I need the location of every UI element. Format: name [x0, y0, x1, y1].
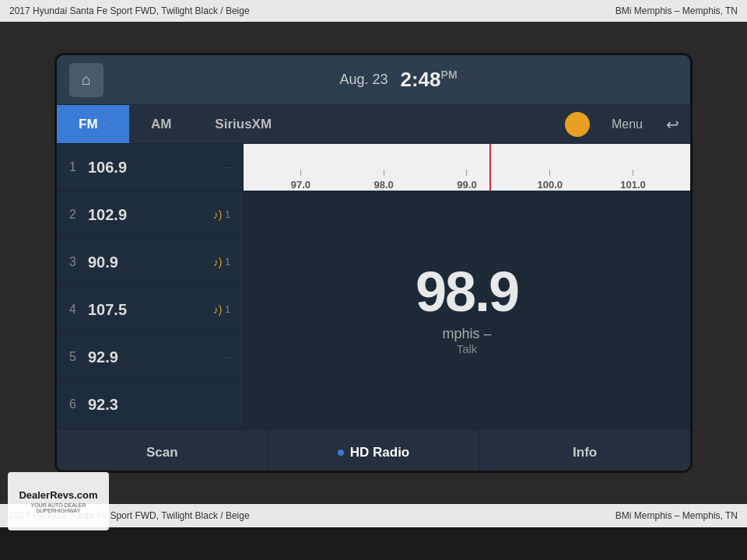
hd-badge-icon-3: ♪): [213, 256, 223, 268]
screen-wrapper: ⌂ Aug. 23 2:48PM FM ··· AM SiriusXM: [0, 22, 747, 504]
preset-freq-1: 106.9: [88, 159, 221, 177]
top-bar-right: BMi Memphis – Memphis, TN: [615, 5, 738, 16]
time-display: 2:48PM: [401, 68, 458, 92]
preset-5-dots: ···: [224, 353, 230, 362]
info-button[interactable]: Info: [479, 429, 690, 473]
preset-freq-2: 102.9: [88, 206, 213, 224]
preset-row-4[interactable]: 4 107.5 ♪) 1: [57, 286, 243, 334]
ruler-label-1: 98.0: [374, 179, 394, 191]
hd-badge-num-3: 1: [225, 257, 230, 268]
watermark: DealerRevs.com YOUR AUTO DEALER SUPERHIG…: [8, 472, 109, 530]
preset-num-4: 4: [69, 303, 88, 317]
watermark-logo-text: DealerRevs: [19, 489, 74, 501]
preset-freq-3: 90.9: [88, 254, 213, 271]
tab-am[interactable]: AM: [129, 105, 193, 143]
bottom-bar: 2017 Hyundai Santa Fe Sport FWD, Twiligh…: [0, 504, 747, 527]
preset-num-1: 1: [69, 160, 88, 174]
station-description: Talk: [457, 342, 478, 355]
preset-row-3[interactable]: 3 90.9 ♪) 1: [57, 239, 243, 286]
infotainment-screen: ⌂ Aug. 23 2:48PM FM ··· AM SiriusXM: [54, 53, 693, 473]
preset-freq-4: 107.5: [88, 301, 213, 319]
sun-button[interactable]: [556, 105, 599, 143]
hd-radio-button[interactable]: HD Radio: [268, 429, 480, 473]
frequency-display: 98.9 mphis – Talk: [244, 191, 690, 429]
current-frequency: 98.9: [416, 264, 518, 320]
top-bar-left: 2017 Hyundai Santa Fe Sport FWD, Twiligh…: [9, 5, 250, 16]
ruler-seg-3: 100.0: [508, 170, 591, 191]
ruler-seg-2: 99.0: [426, 170, 509, 191]
screen-header: ⌂ Aug. 23 2:48PM: [57, 55, 690, 105]
preset-num-5: 5: [69, 350, 88, 364]
scan-button[interactable]: Scan: [57, 429, 268, 473]
hd-badge-icon-2: ♪): [213, 208, 223, 221]
tab-fm[interactable]: FM ···: [57, 105, 129, 143]
ruler-label-4: 101.0: [620, 179, 646, 191]
ruler-label-3: 100.0: [538, 179, 563, 191]
preset-badge-3: ♪) 1: [213, 256, 230, 268]
preset-badge-4: ♪) 1: [213, 303, 230, 316]
ruler-tick-3: [549, 170, 550, 176]
menu-button[interactable]: Menu: [599, 105, 655, 143]
preset-num-2: 2: [69, 208, 88, 222]
hd-indicator: [338, 450, 344, 456]
ruler-label-0: 97.0: [291, 179, 310, 191]
ruler-tick-4: [633, 170, 633, 176]
ruler-label-2: 99.0: [457, 179, 476, 191]
preset-freq-5: 92.9: [88, 348, 221, 366]
ruler-seg-1: 98.0: [342, 170, 426, 191]
hd-badge-icon-4: ♪): [213, 303, 223, 316]
preset-row-5[interactable]: 5 92.9 ···: [57, 334, 243, 381]
preset-1-dots: ···: [224, 163, 230, 172]
sun-icon: [565, 112, 590, 137]
watermark-tagline: YOUR AUTO DEALER SUPERHIGHWAY: [12, 502, 104, 513]
preset-num-3: 3: [69, 255, 88, 269]
home-icon: ⌂: [82, 71, 91, 89]
frequency-marker: [489, 144, 491, 191]
bottom-bar-right: BMi Memphis – Memphis, TN: [615, 510, 738, 521]
tab-siriusxm[interactable]: SiriusXM: [193, 105, 293, 143]
ruler-inner: 97.0 98.0 99.0 100.0: [244, 144, 690, 191]
hd-badge-num-4: 1: [225, 304, 230, 315]
bottom-buttons: Scan HD Radio Info: [57, 429, 690, 473]
top-bar: 2017 Hyundai Santa Fe Sport FWD, Twiligh…: [0, 0, 747, 22]
display-panel: 97.0 98.0 99.0 100.0: [244, 144, 690, 429]
preset-num-6: 6: [69, 397, 88, 411]
watermark-tld: .com: [74, 489, 97, 501]
preset-row-2[interactable]: 2 102.9 ♪) 1: [57, 191, 243, 239]
preset-row-1[interactable]: 1 106.9 ···: [57, 144, 243, 191]
preset-badge-2: ♪) 1: [213, 208, 230, 221]
tab-spacer: [293, 105, 556, 143]
presets-panel: 1 106.9 ··· 2 102.9 ♪) 1 3 90.9 ♪): [57, 144, 244, 429]
hd-badge-num-2: 1: [225, 209, 230, 220]
preset-freq-6: 92.3: [88, 396, 230, 414]
station-name: mphis –: [442, 326, 491, 342]
ruler-tick-0: [300, 170, 301, 176]
preset-row-6[interactable]: 6 92.3: [57, 381, 243, 429]
datetime-display: Aug. 23 2:48PM: [119, 68, 678, 92]
back-button[interactable]: ↩: [655, 105, 690, 143]
home-button[interactable]: ⌂: [69, 63, 103, 97]
frequency-ruler: 97.0 98.0 99.0 100.0: [244, 144, 690, 191]
ruler-seg-4: 101.0: [591, 170, 675, 191]
main-content: 1 106.9 ··· 2 102.9 ♪) 1 3 90.9 ♪): [57, 144, 690, 429]
ruler-tick-2: [466, 170, 467, 176]
ruler-tick-1: [384, 170, 384, 176]
tab-fm-dots: ···: [101, 120, 107, 128]
radio-tabs: FM ··· AM SiriusXM Menu ↩: [57, 105, 690, 144]
watermark-logo: DealerRevs.com: [19, 489, 97, 501]
date-display: Aug. 23: [339, 72, 388, 88]
ruler-seg-0: 97.0: [259, 170, 342, 191]
